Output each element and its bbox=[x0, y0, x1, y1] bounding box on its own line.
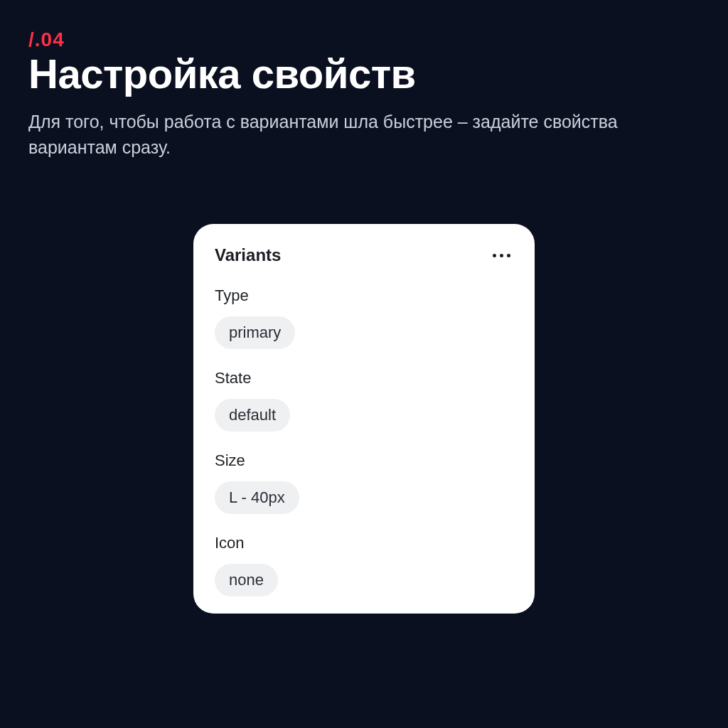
property-value-chip[interactable]: L - 40px bbox=[215, 481, 299, 514]
property-group-size: Size L - 40px bbox=[215, 451, 513, 514]
variants-panel: Variants Type primary State default Size… bbox=[193, 224, 535, 614]
section-number: /.04 bbox=[28, 28, 700, 51]
page-title: Настройка свойств bbox=[28, 53, 700, 96]
property-group-type: Type primary bbox=[215, 287, 513, 349]
property-label: Type bbox=[215, 287, 513, 305]
property-value-chip[interactable]: primary bbox=[215, 316, 295, 349]
more-icon[interactable] bbox=[490, 251, 513, 260]
property-label: Icon bbox=[215, 534, 513, 552]
property-group-state: State default bbox=[215, 369, 513, 432]
slash-glyph: / bbox=[28, 28, 35, 50]
property-value-chip[interactable]: default bbox=[215, 399, 290, 432]
property-value-chip[interactable]: none bbox=[215, 564, 278, 596]
panel-title: Variants bbox=[215, 245, 281, 265]
property-group-icon: Icon none bbox=[215, 534, 513, 596]
page-subtitle: Для того, чтобы работа с вариантами шла … bbox=[28, 109, 668, 161]
section-index: .04 bbox=[35, 28, 65, 50]
property-label: Size bbox=[215, 451, 513, 470]
property-label: State bbox=[215, 369, 513, 387]
